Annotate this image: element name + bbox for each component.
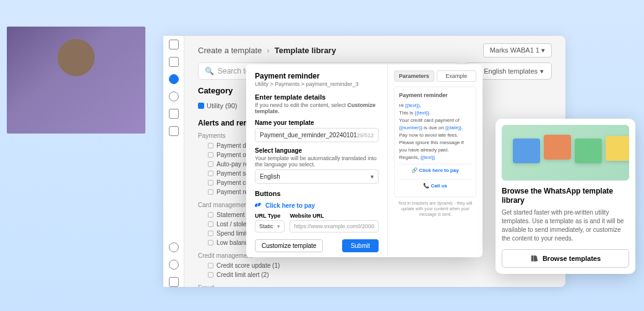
preview-call-link: 📞 Call us [399,179,471,192]
tab-example[interactable]: Example [437,70,477,82]
breadcrumb-parent[interactable]: Create a template [198,46,262,55]
details-heading: Enter template details [255,93,379,101]
tab-parameters[interactable]: Parameters [394,70,434,82]
breadcrumb: Create a template › Template library Mar… [184,36,565,62]
name-label: Name your template [255,119,379,126]
modal-subtitle: Utility > Payments > payment_reminder_3 [255,81,379,87]
side-rail [163,36,184,287]
website-url-input[interactable]: https://www.example.com0/2000 [290,220,379,232]
promo-card: Browse the WhatsApp template library Get… [496,119,635,274]
promo-illustration [502,125,629,181]
template-modal: Payment reminder Utility > Payments > pa… [246,64,483,257]
lang-help: Your template will be automatically tran… [255,155,379,168]
buttons-heading: Buttons [255,190,379,197]
breadcrumb-current: Template library [275,46,336,55]
lang-select[interactable]: English▾ [255,169,379,184]
category-item[interactable]: Credit limit alert (2) [198,270,290,279]
presenter-video [7,27,145,134]
collapse-icon[interactable] [169,277,179,287]
preview-note: Text in brackets are dynamic - they will… [394,200,476,217]
website-url-label: Website URL [290,213,379,219]
lang-label: Select language [255,147,379,154]
templates-icon[interactable] [169,74,179,84]
home-icon[interactable] [169,40,179,49]
browse-templates-button[interactable]: Browse templates [502,249,629,268]
briefcase-icon[interactable] [169,126,179,136]
library-icon [530,254,539,263]
checkbox-icon [198,103,204,109]
preview-pay-link: 🔗 Click here to pay [399,164,471,177]
settings-icon[interactable] [169,242,179,252]
globe-icon[interactable] [169,92,179,101]
category-item[interactable]: Credit score update (1) [198,261,290,270]
name-input[interactable]: Payment_due_reminder_2024010129/512 [255,128,379,142]
promo-body: Get started faster with pre-written util… [502,208,629,243]
customize-button[interactable]: Customize template [255,239,323,252]
link-icon [255,202,262,209]
modal-title: Payment reminder [255,72,379,80]
account-selector[interactable]: Marks WABA1 1 ▾ [483,43,552,58]
promo-title: Browse the WhatsApp template library [502,187,629,206]
chevron-right-icon: › [267,46,269,55]
template-preview: Payment reminder Hi {{text}}, This is {{… [394,87,476,197]
menu-icon[interactable] [169,57,179,67]
submit-button[interactable]: Submit [342,239,379,252]
cube-icon[interactable] [169,109,179,119]
category-group: Fraud [198,284,290,287]
url-type-select[interactable]: Static▾ [255,220,285,232]
button-click-to-pay[interactable]: Click here to pay [255,202,379,209]
details-help: If you need to edit the content, select … [255,102,379,114]
help-icon[interactable] [169,260,179,270]
url-type-label: URL Type [255,213,285,219]
